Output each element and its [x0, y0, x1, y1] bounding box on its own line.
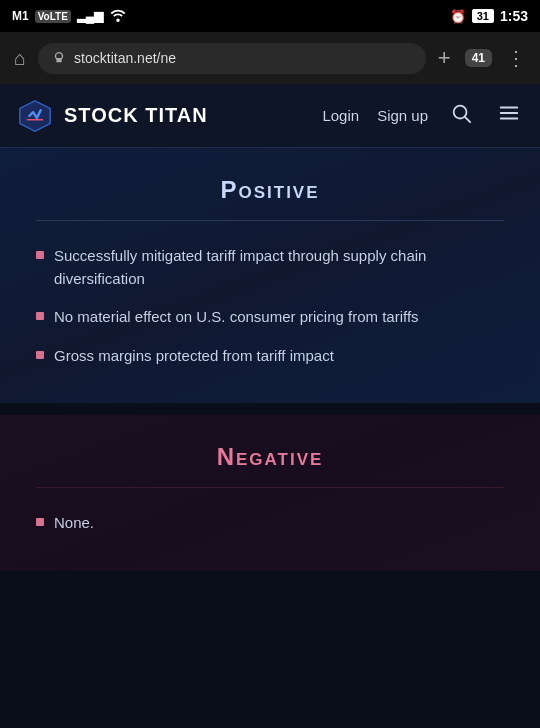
positive-item-2: No material effect on U.S. consumer pric… — [54, 306, 419, 329]
list-item: No material effect on U.S. consumer pric… — [36, 306, 504, 329]
status-bar: M1 VoLTE ▂▄▆ ⏰ 31 1:53 — [0, 0, 540, 32]
positive-section-title: Positive — [36, 176, 504, 204]
negative-item-1: None. — [54, 512, 94, 535]
home-button[interactable]: ⌂ — [10, 43, 30, 74]
status-right: ⏰ 31 1:53 — [450, 8, 528, 24]
search-button[interactable] — [446, 98, 476, 133]
url-text: stocktitan.net/ne — [74, 50, 176, 66]
wifi-icon — [109, 8, 127, 25]
list-item: None. — [36, 512, 504, 535]
list-item: Gross margins protected from tariff impa… — [36, 345, 504, 368]
url-bar[interactable]: stocktitan.net/ne — [38, 43, 426, 74]
positive-item-1: Successfully mitigated tariff impact thr… — [54, 245, 504, 290]
main-content: Positive Successfully mitigated tariff i… — [0, 148, 540, 571]
bullet-icon — [36, 251, 44, 259]
nav-bar: STOCK TITAN Login Sign up — [0, 84, 540, 148]
svg-rect-1 — [56, 57, 61, 61]
negative-section-title: Negative — [36, 443, 504, 471]
login-link[interactable]: Login — [322, 107, 359, 124]
new-tab-button[interactable]: + — [434, 41, 455, 75]
svg-line-4 — [465, 117, 470, 122]
carrier-label: M1 — [12, 9, 29, 23]
url-security-icon — [52, 50, 66, 67]
site-logo[interactable]: STOCK TITAN — [16, 97, 322, 135]
alarm-icon: ⏰ — [450, 9, 466, 24]
positive-section: Positive Successfully mitigated tariff i… — [0, 148, 540, 403]
negative-section: Negative None. — [0, 415, 540, 571]
positive-divider — [36, 220, 504, 221]
browser-menu-button[interactable]: ⋮ — [502, 42, 530, 74]
positive-list: Successfully mitigated tariff impact thr… — [36, 245, 504, 367]
signal-icon: ▂▄▆ — [77, 9, 104, 23]
bullet-icon — [36, 518, 44, 526]
volte-badge: VoLTE — [35, 10, 71, 23]
browser-actions: + 41 ⋮ — [434, 41, 530, 75]
nav-links: Login Sign up — [322, 98, 524, 133]
tabs-count-button[interactable]: 41 — [465, 49, 492, 67]
time-display: 1:53 — [500, 8, 528, 24]
negative-list: None. — [36, 512, 504, 535]
hamburger-menu-button[interactable] — [494, 98, 524, 133]
battery-icon: 31 — [472, 9, 494, 23]
positive-item-3: Gross margins protected from tariff impa… — [54, 345, 334, 368]
logo-text: STOCK TITAN — [64, 104, 208, 127]
negative-divider — [36, 487, 504, 488]
list-item: Successfully mitigated tariff impact thr… — [36, 245, 504, 290]
browser-bar: ⌂ stocktitan.net/ne + 41 ⋮ — [0, 32, 540, 84]
logo-icon — [16, 97, 54, 135]
bullet-icon — [36, 312, 44, 320]
bullet-icon — [36, 351, 44, 359]
signup-link[interactable]: Sign up — [377, 107, 428, 124]
status-left: M1 VoLTE ▂▄▆ — [12, 8, 127, 25]
